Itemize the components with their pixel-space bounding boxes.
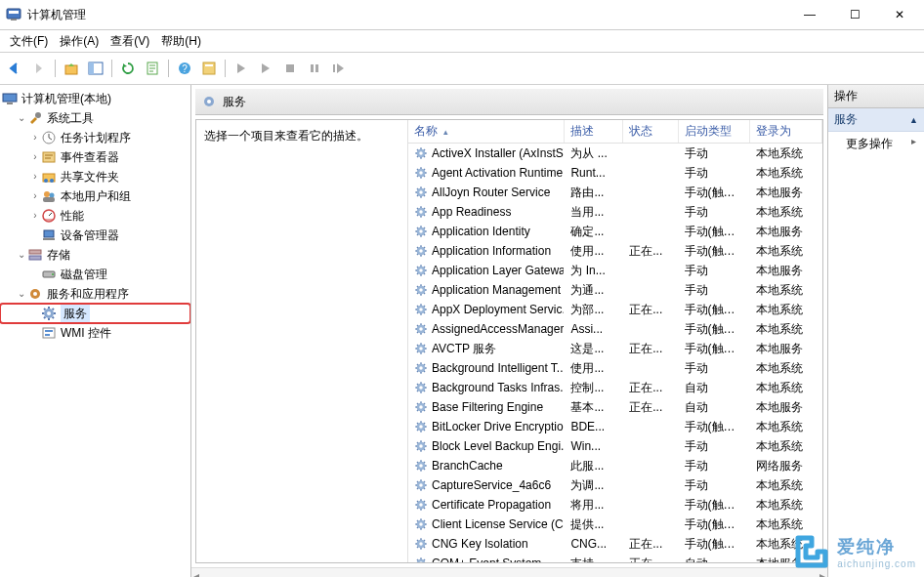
service-row[interactable]: Certificate Propagation将用...手动(触发...本地系统	[408, 495, 822, 515]
tree-storage[interactable]: ⌄ 存储	[0, 245, 190, 265]
svg-point-59	[419, 308, 423, 311]
service-logon: 本地系统	[750, 535, 822, 554]
service-startup: 手动	[679, 281, 751, 300]
menu-file[interactable]: 文件(F)	[6, 31, 52, 52]
refresh-button[interactable]	[117, 58, 139, 79]
expand-icon[interactable]: ›	[29, 133, 41, 143]
expand-icon[interactable]: ⌄	[16, 289, 27, 299]
tree-system-tools[interactable]: ⌄ 系统工具	[0, 108, 190, 128]
service-row[interactable]: CNG Key IsolationCNG...正在...手动(触发...本地系统	[408, 534, 822, 554]
pause-button[interactable]	[304, 58, 325, 79]
restart-button[interactable]	[328, 58, 350, 79]
tree-task-scheduler[interactable]: › 任务计划程序	[0, 128, 190, 147]
tree-shared-folders[interactable]: › 共享文件夹	[0, 167, 190, 186]
tree-local-users[interactable]: › 本地用户和组	[0, 186, 190, 206]
play-button[interactable]	[231, 58, 252, 79]
actions-more[interactable]: 更多操作 ▸	[828, 132, 924, 156]
scroll-left-icon[interactable]: ◂	[193, 569, 199, 577]
service-row[interactable]: Block Level Backup Engi...Win...手动本地系统	[408, 436, 822, 456]
navigation-tree[interactable]: 计算机管理(本地) ⌄ 系统工具 › 任务计划程序 › 事件查看器 › 共享文件…	[0, 85, 191, 577]
service-row[interactable]: AllJoyn Router Service路由...手动(触发...本地服务	[408, 183, 822, 202]
scroll-right-icon[interactable]: ▸	[819, 569, 825, 577]
minimize-button[interactable]: —	[787, 0, 832, 29]
services-list[interactable]: 名称 ▴ 描述 状态 启动类型 登录为 ActiveX Installer (A…	[408, 120, 822, 562]
service-row[interactable]: AssignedAccessManager...Assi...手动(触发...本…	[408, 319, 822, 339]
expand-icon[interactable]: ›	[29, 191, 41, 201]
service-row[interactable]: Application Management为通...手动本地系统	[408, 280, 822, 300]
tree-disk-management[interactable]: 磁盘管理	[0, 265, 190, 284]
column-name[interactable]: 名称 ▴	[408, 120, 565, 143]
svg-rect-28	[43, 238, 55, 240]
up-button[interactable]	[61, 58, 82, 79]
expand-icon[interactable]: ›	[29, 152, 41, 162]
service-row[interactable]: AVCTP 服务这是...正在...手动(触发...本地服务	[408, 339, 822, 358]
svg-point-51	[419, 229, 423, 233]
back-button[interactable]	[4, 58, 25, 79]
svg-rect-13	[315, 64, 318, 72]
service-startup: 手动(触发...	[679, 340, 751, 358]
service-desc: 使用...	[565, 242, 623, 261]
tree-services[interactable]: 服务	[0, 304, 190, 323]
column-description[interactable]: 描述	[565, 120, 623, 143]
event-icon	[41, 149, 57, 165]
tree-event-viewer[interactable]: › 事件查看器	[0, 147, 190, 167]
storage-icon	[27, 247, 43, 263]
play2-button[interactable]	[255, 58, 276, 79]
column-logon[interactable]: 登录为	[750, 120, 822, 143]
expand-icon[interactable]: ›	[29, 211, 41, 221]
collapse-icon[interactable]: ▲	[909, 115, 918, 125]
service-row[interactable]: Client License Service (Cli...提供...手动(触发…	[408, 515, 822, 534]
column-startup[interactable]: 启动类型	[679, 120, 751, 143]
disk-icon	[41, 267, 57, 282]
horizontal-scrollbar[interactable]: ◂ ▸	[191, 567, 827, 577]
service-row[interactable]: Base Filtering Engine基本...正在...自动本地服务	[408, 397, 822, 417]
service-row[interactable]: Application Information使用...正在...手动(触发..…	[408, 241, 822, 261]
service-row[interactable]: CaptureService_4a6c6为调...手动本地系统	[408, 475, 822, 495]
list-header[interactable]: 名称 ▴ 描述 状态 启动类型 登录为	[408, 120, 822, 144]
service-logon: 本地系统	[750, 515, 822, 534]
svg-rect-15	[3, 94, 17, 102]
close-button[interactable]: ✕	[877, 0, 922, 29]
service-row[interactable]: App Readiness当用...手动本地系统	[408, 202, 822, 222]
service-startup: 自动	[679, 379, 751, 397]
stop-button[interactable]	[279, 58, 301, 79]
service-row[interactable]: AppX Deployment Servic...为部...正在...手动(触发…	[408, 300, 822, 319]
properties-button[interactable]	[198, 58, 220, 79]
svg-rect-37	[43, 328, 55, 338]
forward-button[interactable]	[28, 58, 50, 79]
service-row[interactable]: ActiveX Installer (AxInstSV)为从 ...手动本地系统	[408, 144, 822, 163]
service-row[interactable]: COM+ Event System支持...正在...自动本地服务	[408, 554, 822, 562]
maximize-button[interactable]: ☐	[832, 0, 877, 29]
menu-action[interactable]: 操作(A)	[56, 31, 103, 52]
service-startup: 手动	[679, 437, 751, 456]
menu-view[interactable]: 查看(V)	[106, 31, 153, 52]
svg-point-73	[419, 444, 423, 448]
expand-icon[interactable]: ›	[29, 172, 41, 182]
service-row[interactable]: BranchCache此服...手动网络服务	[408, 456, 822, 475]
service-row[interactable]: Application Identity确定...手动(触发...本地服务	[408, 222, 822, 241]
tree-services-apps[interactable]: ⌄ 服务和应用程序	[0, 284, 190, 304]
show-hide-tree-button[interactable]	[85, 58, 106, 79]
service-status	[623, 172, 678, 174]
tree-performance[interactable]: › 性能	[0, 206, 190, 226]
service-row[interactable]: Application Layer Gatewa...为 In...手动本地服务	[408, 261, 822, 280]
svg-text:?: ?	[182, 63, 188, 74]
menu-help[interactable]: 帮助(H)	[157, 31, 205, 52]
column-status[interactable]: 状态	[623, 120, 678, 143]
tree-root[interactable]: 计算机管理(本地)	[0, 89, 190, 108]
help-button[interactable]: ?	[174, 58, 195, 79]
service-row[interactable]: Agent Activation Runtime...Runt...手动本地系统	[408, 163, 822, 183]
service-row[interactable]: BitLocker Drive Encryptio...BDE...手动(触发.…	[408, 417, 822, 436]
users-icon	[41, 188, 57, 204]
service-logon: 本地服务	[750, 555, 822, 563]
tree-wmi[interactable]: WMI 控件	[0, 323, 190, 343]
service-row[interactable]: Background Tasks Infras...控制...正在...自动本地…	[408, 378, 822, 397]
expand-icon[interactable]: ⌄	[16, 113, 27, 123]
expand-icon[interactable]: ⌄	[16, 250, 27, 260]
service-startup: 手动(触发...	[679, 242, 751, 261]
actions-section[interactable]: 服务 ▲	[828, 108, 924, 132]
tree-device-manager[interactable]: 设备管理器	[0, 226, 190, 245]
export-button[interactable]	[142, 58, 163, 79]
service-row[interactable]: Background Intelligent T...使用...手动本地系统	[408, 358, 822, 378]
service-name: BranchCache	[408, 458, 565, 474]
